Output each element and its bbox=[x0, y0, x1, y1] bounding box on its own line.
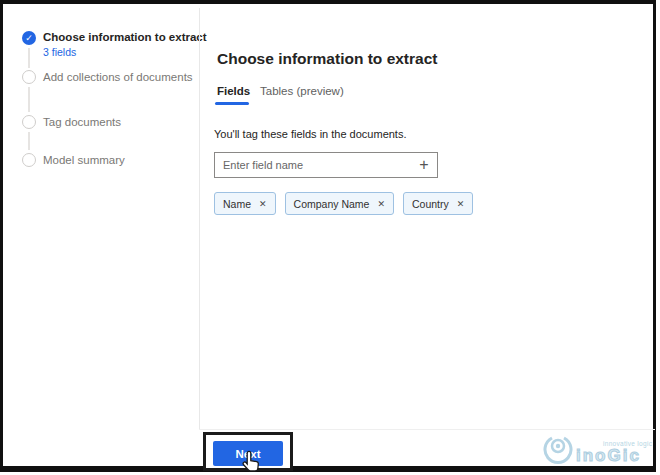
field-tag-country: Country ✕ bbox=[403, 192, 473, 215]
field-tag-company-name: Company Name ✕ bbox=[285, 192, 394, 215]
inogic-watermark: innovative logic inoGic bbox=[543, 434, 655, 470]
app-window: ✓ Choose information to extract 3 fields… bbox=[0, 0, 656, 472]
step-pending-icon bbox=[22, 153, 36, 167]
step-done-icon: ✓ bbox=[22, 31, 36, 45]
field-tag-name: Name ✕ bbox=[214, 192, 276, 215]
sidebar-item-choose-information[interactable]: Choose information to extract bbox=[43, 30, 207, 44]
sidebar-item-tag-documents: Tag documents bbox=[43, 115, 121, 129]
active-tab-underline bbox=[215, 102, 249, 105]
next-button[interactable]: Next bbox=[213, 441, 283, 466]
remove-tag-icon[interactable]: ✕ bbox=[377, 199, 385, 209]
tab-tables-preview[interactable]: Tables (preview) bbox=[260, 85, 344, 97]
field-name-input-group: + bbox=[214, 152, 438, 178]
check-icon: ✓ bbox=[25, 33, 33, 43]
inogic-logo-icon bbox=[543, 434, 573, 468]
remove-tag-icon[interactable]: ✕ bbox=[457, 199, 465, 209]
tag-label: Name bbox=[223, 198, 251, 210]
field-tags-row: Name ✕ Company Name ✕ Country ✕ bbox=[214, 192, 473, 215]
tag-fields-description: You'll tag these fields in the documents… bbox=[214, 128, 406, 140]
stepper-connector bbox=[28, 48, 30, 68]
step-pending-icon bbox=[22, 115, 36, 129]
page-title: Choose information to extract bbox=[217, 50, 437, 68]
wizard-stepper: ✓ Choose information to extract 3 fields… bbox=[6, 8, 199, 429]
watermark-brand: inoGic bbox=[576, 446, 641, 466]
sidebar-item-model-summary: Model summary bbox=[43, 153, 125, 167]
stepper-connector bbox=[28, 87, 30, 112]
remove-tag-icon[interactable]: ✕ bbox=[259, 199, 267, 209]
tab-fields[interactable]: Fields bbox=[217, 85, 250, 97]
plus-icon: + bbox=[419, 156, 428, 173]
stepper-connector bbox=[28, 132, 30, 150]
step-fields-count[interactable]: 3 fields bbox=[43, 46, 76, 58]
tag-label: Company Name bbox=[294, 198, 370, 210]
add-field-button[interactable]: + bbox=[411, 156, 437, 174]
sidebar-divider bbox=[199, 8, 200, 429]
sidebar-item-add-collections: Add collections of documents bbox=[43, 70, 193, 84]
tag-label: Country bbox=[412, 198, 449, 210]
step-pending-icon bbox=[22, 70, 36, 84]
field-name-input[interactable] bbox=[215, 159, 411, 171]
footer-divider bbox=[199, 429, 655, 430]
